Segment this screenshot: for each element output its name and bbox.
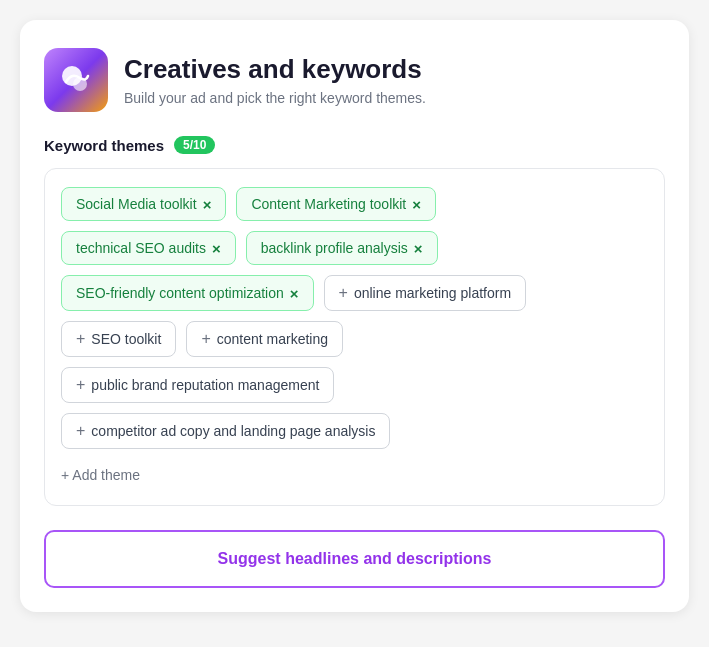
suggest-headlines-button[interactable]: Suggest headlines and descriptions [44,530,665,588]
tag-content-marketing[interactable]: + content marketing [186,321,343,357]
tag-label: competitor ad copy and landing page anal… [91,423,375,439]
remove-content-marketing-toolkit-icon[interactable]: × [412,197,421,212]
add-competitor-ad-copy-icon: + [76,422,85,440]
header-text: Creatives and keywords Build your ad and… [124,54,426,105]
tag-label: Content Marketing toolkit [251,196,406,212]
tag-competitor-ad-copy[interactable]: + competitor ad copy and landing page an… [61,413,390,449]
page-subtitle: Build your ad and pick the right keyword… [124,90,426,106]
tag-label: public brand reputation management [91,377,319,393]
main-card: Creatives and keywords Build your ad and… [20,20,689,612]
tag-seo-toolkit[interactable]: + SEO toolkit [61,321,176,357]
tags-row-1: Social Media toolkit × Content Marketing… [61,187,648,221]
tag-online-marketing-platform[interactable]: + online marketing platform [324,275,527,311]
tags-row-6: + competitor ad copy and landing page an… [61,413,648,449]
tags-row-4: + SEO toolkit + content marketing [61,321,648,357]
keyword-themes-section-header: Keyword themes 5/10 [44,136,665,154]
header: Creatives and keywords Build your ad and… [44,48,665,112]
tag-label: SEO-friendly content optimization [76,285,284,301]
tag-seo-friendly-content-optimization[interactable]: SEO-friendly content optimization × [61,275,314,311]
add-seo-toolkit-icon: + [76,330,85,348]
tag-public-brand-reputation-management[interactable]: + public brand reputation management [61,367,334,403]
remove-seo-friendly-icon[interactable]: × [290,286,299,301]
add-theme-link[interactable]: + Add theme [61,463,140,487]
remove-backlink-profile-analysis-icon[interactable]: × [414,241,423,256]
keyword-themes-label: Keyword themes [44,137,164,154]
tag-label: Social Media toolkit [76,196,197,212]
remove-social-media-toolkit-icon[interactable]: × [203,197,212,212]
tags-row-3: SEO-friendly content optimization × + on… [61,275,648,311]
app-logo-icon [44,48,108,112]
tag-label: SEO toolkit [91,331,161,347]
tag-social-media-toolkit[interactable]: Social Media toolkit × [61,187,226,221]
tag-label: technical SEO audits [76,240,206,256]
tag-label: content marketing [217,331,328,347]
page-title: Creatives and keywords [124,54,426,85]
themes-container: Social Media toolkit × Content Marketing… [44,168,665,506]
tag-technical-seo-audits[interactable]: technical SEO audits × [61,231,236,265]
keyword-themes-badge: 5/10 [174,136,215,154]
tag-label: backlink profile analysis [261,240,408,256]
tag-content-marketing-toolkit[interactable]: Content Marketing toolkit × [236,187,436,221]
add-content-marketing-icon: + [201,330,210,348]
tags-row-2: technical SEO audits × backlink profile … [61,231,648,265]
add-online-marketing-platform-icon: + [339,284,348,302]
add-theme-label: + Add theme [61,467,140,483]
add-public-brand-icon: + [76,376,85,394]
tag-backlink-profile-analysis[interactable]: backlink profile analysis × [246,231,438,265]
tags-row-5: + public brand reputation management [61,367,648,403]
tag-label: online marketing platform [354,285,511,301]
remove-technical-seo-audits-icon[interactable]: × [212,241,221,256]
